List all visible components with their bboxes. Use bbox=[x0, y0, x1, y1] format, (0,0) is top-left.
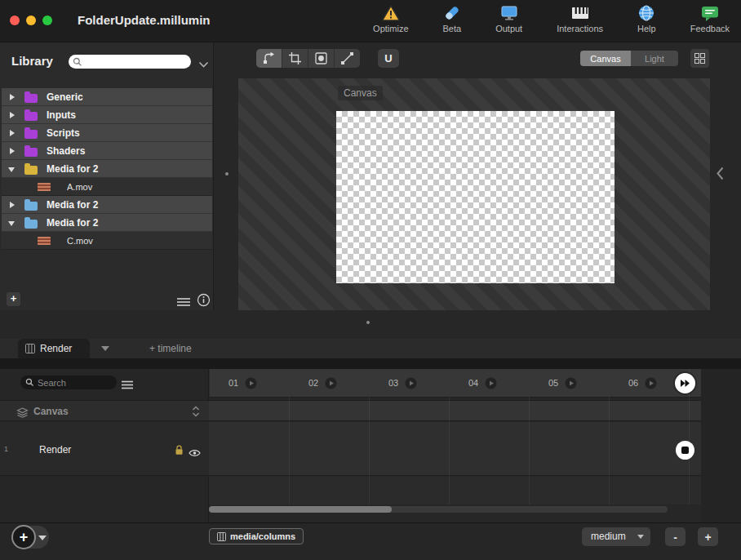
empty-track-area bbox=[209, 477, 701, 504]
disclosure-triangle-icon[interactable] bbox=[10, 130, 15, 136]
folder-icon bbox=[24, 166, 38, 175]
info-icon[interactable] bbox=[197, 293, 211, 310]
play-column-icon[interactable] bbox=[325, 377, 337, 393]
library-folder-row[interactable]: Scripts bbox=[2, 124, 212, 142]
library-folder-row[interactable]: Media for 2 bbox=[2, 160, 212, 178]
play-column-icon[interactable] bbox=[485, 377, 497, 393]
minimize-button[interactable] bbox=[26, 16, 36, 25]
add-media-split-button[interactable]: + bbox=[11, 526, 49, 549]
collapse-group-icon[interactable] bbox=[192, 406, 200, 420]
timeline-search-input[interactable] bbox=[38, 376, 113, 389]
toolbar-optimize-button[interactable]: Optimize bbox=[373, 3, 408, 33]
toolbar-help-button[interactable]: Help bbox=[637, 3, 656, 33]
disclosure-triangle-icon[interactable] bbox=[8, 221, 15, 226]
close-button[interactable] bbox=[10, 16, 20, 25]
disclosure-triangle-icon[interactable] bbox=[10, 148, 15, 154]
horizontal-scrollbar[interactable] bbox=[209, 506, 668, 513]
folder-icon bbox=[24, 220, 38, 229]
column-header[interactable]: 05 bbox=[529, 369, 609, 398]
column-header[interactable]: 03 bbox=[369, 369, 449, 398]
toolbar-output-button[interactable]: Output bbox=[495, 3, 522, 33]
library-folder-row[interactable]: Inputs bbox=[2, 106, 212, 124]
media-columns-label: media/columns bbox=[230, 531, 295, 541]
size-select[interactable]: medium bbox=[582, 527, 650, 546]
list-view-icon[interactable] bbox=[177, 296, 190, 310]
folder-icon bbox=[24, 112, 38, 121]
lock-icon[interactable] bbox=[175, 444, 184, 459]
add-media-caret-icon[interactable] bbox=[38, 536, 47, 540]
canvas-surface[interactable] bbox=[336, 111, 615, 283]
column-header[interactable]: 04 bbox=[449, 369, 529, 398]
transform-tool-icon bbox=[262, 51, 276, 65]
line-tool-icon bbox=[340, 51, 354, 65]
library-title: Library bbox=[11, 54, 53, 68]
library-media-row[interactable]: A.mov bbox=[2, 178, 212, 196]
disclosure-triangle-icon[interactable] bbox=[8, 167, 15, 172]
disclosure-triangle-icon[interactable] bbox=[10, 112, 15, 118]
disclosure-triangle-icon[interactable] bbox=[10, 202, 15, 208]
render-layer-header[interactable]: 1 Render bbox=[0, 422, 209, 476]
search-icon bbox=[73, 57, 82, 67]
crop-tool-button[interactable] bbox=[282, 49, 308, 68]
toolbar-feedback-button[interactable]: Feedback bbox=[690, 3, 730, 33]
stop-button[interactable] bbox=[676, 441, 694, 460]
timeline-right-gutter bbox=[701, 369, 741, 522]
library-menu-chevron-icon[interactable] bbox=[198, 56, 209, 71]
scrollbar-thumb[interactable] bbox=[209, 506, 392, 513]
layers-icon bbox=[16, 407, 29, 421]
disclosure-triangle-icon[interactable] bbox=[10, 94, 15, 100]
media-columns-button[interactable]: media/columns bbox=[209, 528, 304, 544]
timeline-search-field[interactable] bbox=[20, 376, 117, 389]
column-header[interactable]: 01 bbox=[209, 369, 289, 398]
library-search-field[interactable] bbox=[69, 55, 191, 69]
add-timeline-button[interactable]: + timeline bbox=[149, 343, 192, 354]
add-media-button[interactable]: + bbox=[11, 525, 36, 549]
canvas-mode-option[interactable]: Canvas bbox=[580, 51, 631, 66]
library-media-row[interactable]: C.mov bbox=[2, 232, 212, 250]
toolbar-interactions-button[interactable]: Interactions bbox=[557, 3, 603, 33]
eye-icon[interactable] bbox=[189, 446, 201, 460]
mask-tool-button[interactable] bbox=[308, 49, 334, 68]
library-folder-row[interactable]: Shaders bbox=[2, 142, 212, 160]
canvas-viewport[interactable]: Canvas bbox=[238, 78, 710, 310]
stop-icon bbox=[681, 447, 689, 454]
zoom-in-button[interactable]: + bbox=[698, 527, 718, 546]
zoom-out-button[interactable]: - bbox=[665, 527, 686, 546]
library-folder-row[interactable]: Media for 2 bbox=[2, 196, 212, 214]
zoom-button[interactable] bbox=[42, 16, 52, 25]
right-panel-collapse-icon[interactable] bbox=[717, 167, 724, 184]
line-tool-button[interactable] bbox=[335, 49, 360, 68]
piano-icon bbox=[570, 3, 590, 22]
play-column-icon[interactable] bbox=[405, 377, 417, 393]
timeline-header-strip bbox=[0, 358, 741, 369]
column-header[interactable]: 02 bbox=[289, 369, 369, 398]
library-folder-row[interactable]: Media for 2 bbox=[2, 214, 212, 232]
canvas-group-header[interactable]: Canvas bbox=[0, 400, 209, 421]
column-divider bbox=[609, 369, 610, 504]
canvas-group-track bbox=[209, 400, 701, 421]
play-column-icon[interactable] bbox=[565, 377, 577, 393]
render-layer-track[interactable] bbox=[209, 422, 701, 476]
beta-pill-icon bbox=[443, 3, 461, 22]
toolbar-beta-button[interactable]: Beta bbox=[443, 3, 462, 33]
tab-render[interactable]: Render bbox=[18, 339, 90, 358]
library-add-button[interactable]: + bbox=[7, 292, 20, 306]
group-label: Canvas bbox=[33, 406, 69, 417]
folder-icon bbox=[24, 148, 38, 157]
chevron-down-icon bbox=[637, 535, 644, 539]
library-folder-row[interactable]: Generic bbox=[2, 88, 212, 106]
grid-view-button[interactable] bbox=[690, 49, 709, 68]
transform-tool-button[interactable] bbox=[256, 49, 282, 68]
tab-dropdown-caret[interactable] bbox=[101, 346, 109, 351]
library-search-input[interactable] bbox=[85, 55, 186, 69]
grid-icon bbox=[694, 53, 705, 64]
panel-resize-dot[interactable] bbox=[225, 172, 229, 176]
skip-forward-button[interactable] bbox=[675, 373, 695, 393]
light-mode-option[interactable]: Light bbox=[631, 51, 678, 66]
list-menu-icon[interactable] bbox=[122, 378, 133, 393]
play-column-icon[interactable] bbox=[645, 377, 657, 393]
media-thumbnail bbox=[38, 237, 51, 245]
panel-resize-dot[interactable] bbox=[366, 321, 370, 324]
uniform-button[interactable]: U bbox=[378, 49, 399, 68]
play-column-icon[interactable] bbox=[245, 377, 257, 393]
